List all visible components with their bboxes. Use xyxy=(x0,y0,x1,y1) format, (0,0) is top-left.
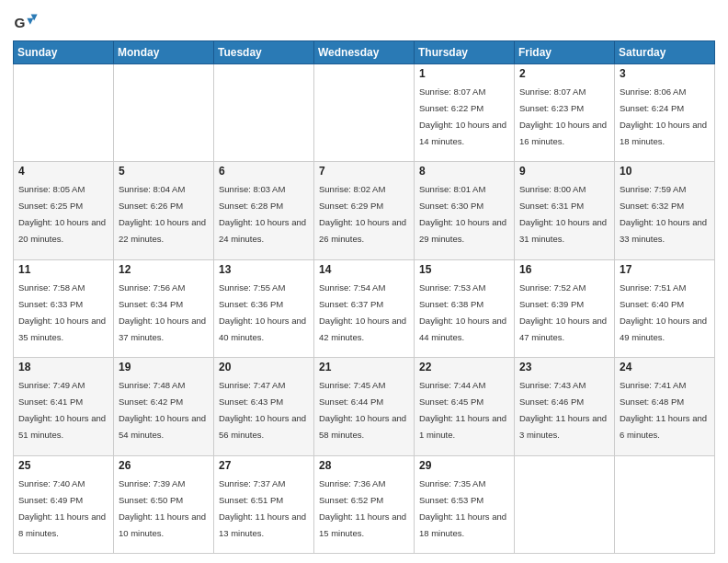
day-number: 12 xyxy=(119,263,209,276)
day-number: 16 xyxy=(519,263,609,276)
day-number: 26 xyxy=(119,459,209,472)
page-header: G xyxy=(13,9,715,35)
day-info: Sunrise: 7:49 AM Sunset: 6:41 PM Dayligh… xyxy=(18,380,106,440)
day-number: 20 xyxy=(219,361,309,373)
calendar-cell: 29Sunrise: 7:35 AM Sunset: 6:53 PM Dayli… xyxy=(415,455,515,553)
day-number: 21 xyxy=(319,361,409,373)
day-number: 14 xyxy=(319,263,409,276)
day-number: 25 xyxy=(18,459,108,472)
day-info: Sunrise: 8:07 AM Sunset: 6:22 PM Dayligh… xyxy=(419,86,506,146)
calendar-cell: 22Sunrise: 7:44 AM Sunset: 6:45 PM Dayli… xyxy=(415,358,515,455)
day-number: 18 xyxy=(18,361,108,373)
calendar-cell: 18Sunrise: 7:49 AM Sunset: 6:41 PM Dayli… xyxy=(14,358,114,455)
calendar-cell xyxy=(14,64,114,162)
calendar-week-row: 1Sunrise: 8:07 AM Sunset: 6:22 PM Daylig… xyxy=(14,64,715,162)
calendar-weekday-header: Sunday xyxy=(14,41,114,64)
calendar-cell: 25Sunrise: 7:40 AM Sunset: 6:49 PM Dayli… xyxy=(14,455,114,553)
day-info: Sunrise: 7:45 AM Sunset: 6:44 PM Dayligh… xyxy=(319,380,406,440)
calendar-cell: 20Sunrise: 7:47 AM Sunset: 6:43 PM Dayli… xyxy=(214,358,314,455)
svg-marker-2 xyxy=(27,18,33,25)
calendar-weekday-header: Tuesday xyxy=(214,41,314,64)
day-number: 8 xyxy=(419,165,509,178)
calendar-cell: 17Sunrise: 7:51 AM Sunset: 6:40 PM Dayli… xyxy=(615,259,715,357)
day-info: Sunrise: 7:51 AM Sunset: 6:40 PM Dayligh… xyxy=(620,282,707,342)
day-info: Sunrise: 7:36 AM Sunset: 6:52 PM Dayligh… xyxy=(319,478,406,538)
calendar-week-row: 4Sunrise: 8:05 AM Sunset: 6:25 PM Daylig… xyxy=(14,162,715,259)
calendar-weekday-header: Saturday xyxy=(615,41,715,64)
day-number: 2 xyxy=(519,67,609,80)
calendar-cell: 27Sunrise: 7:37 AM Sunset: 6:51 PM Dayli… xyxy=(214,455,314,553)
day-info: Sunrise: 7:59 AM Sunset: 6:32 PM Dayligh… xyxy=(620,184,707,244)
calendar-weekday-header: Thursday xyxy=(415,41,515,64)
calendar-cell xyxy=(214,64,314,162)
day-number: 10 xyxy=(620,165,710,178)
day-info: Sunrise: 7:35 AM Sunset: 6:53 PM Dayligh… xyxy=(419,478,506,538)
day-info: Sunrise: 7:56 AM Sunset: 6:34 PM Dayligh… xyxy=(119,282,206,342)
day-info: Sunrise: 7:47 AM Sunset: 6:43 PM Dayligh… xyxy=(219,380,306,440)
day-info: Sunrise: 7:41 AM Sunset: 6:48 PM Dayligh… xyxy=(620,380,707,440)
calendar-cell: 19Sunrise: 7:48 AM Sunset: 6:42 PM Dayli… xyxy=(114,358,214,455)
calendar-cell: 5Sunrise: 8:04 AM Sunset: 6:26 PM Daylig… xyxy=(114,162,214,259)
day-number: 6 xyxy=(219,165,309,178)
calendar-weekday-header: Wednesday xyxy=(314,41,415,64)
calendar-cell: 28Sunrise: 7:36 AM Sunset: 6:52 PM Dayli… xyxy=(314,455,415,553)
calendar-week-row: 11Sunrise: 7:58 AM Sunset: 6:33 PM Dayli… xyxy=(14,259,715,357)
calendar-cell: 10Sunrise: 7:59 AM Sunset: 6:32 PM Dayli… xyxy=(615,162,715,259)
calendar-cell xyxy=(314,64,415,162)
day-info: Sunrise: 7:58 AM Sunset: 6:33 PM Dayligh… xyxy=(18,282,106,342)
calendar-weekday-header: Friday xyxy=(515,41,615,64)
day-number: 29 xyxy=(419,459,509,472)
calendar-cell: 21Sunrise: 7:45 AM Sunset: 6:44 PM Dayli… xyxy=(314,358,415,455)
day-number: 7 xyxy=(319,165,409,178)
day-number: 9 xyxy=(519,165,609,178)
calendar-cell: 3Sunrise: 8:06 AM Sunset: 6:24 PM Daylig… xyxy=(615,64,715,162)
calendar-cell: 24Sunrise: 7:41 AM Sunset: 6:48 PM Dayli… xyxy=(615,358,715,455)
day-number: 17 xyxy=(620,263,710,276)
calendar-cell: 16Sunrise: 7:52 AM Sunset: 6:39 PM Dayli… xyxy=(515,259,615,357)
calendar-cell: 2Sunrise: 8:07 AM Sunset: 6:23 PM Daylig… xyxy=(515,64,615,162)
day-info: Sunrise: 7:53 AM Sunset: 6:38 PM Dayligh… xyxy=(419,282,506,342)
calendar-cell: 4Sunrise: 8:05 AM Sunset: 6:25 PM Daylig… xyxy=(14,162,114,259)
day-info: Sunrise: 8:03 AM Sunset: 6:28 PM Dayligh… xyxy=(219,184,306,244)
day-number: 28 xyxy=(319,459,409,472)
day-info: Sunrise: 7:37 AM Sunset: 6:51 PM Dayligh… xyxy=(219,478,306,538)
calendar-cell: 23Sunrise: 7:43 AM Sunset: 6:46 PM Dayli… xyxy=(515,358,615,455)
calendar-cell: 9Sunrise: 8:00 AM Sunset: 6:31 PM Daylig… xyxy=(515,162,615,259)
calendar-cell: 7Sunrise: 8:02 AM Sunset: 6:29 PM Daylig… xyxy=(314,162,415,259)
day-number: 22 xyxy=(419,361,509,373)
day-info: Sunrise: 7:39 AM Sunset: 6:50 PM Dayligh… xyxy=(119,478,206,538)
day-info: Sunrise: 8:05 AM Sunset: 6:25 PM Dayligh… xyxy=(18,184,106,244)
calendar-week-row: 18Sunrise: 7:49 AM Sunset: 6:41 PM Dayli… xyxy=(14,358,715,455)
calendar-cell xyxy=(615,455,715,553)
calendar-cell: 26Sunrise: 7:39 AM Sunset: 6:50 PM Dayli… xyxy=(114,455,214,553)
day-info: Sunrise: 8:02 AM Sunset: 6:29 PM Dayligh… xyxy=(319,184,406,244)
svg-text:G: G xyxy=(14,15,25,30)
calendar-cell: 11Sunrise: 7:58 AM Sunset: 6:33 PM Dayli… xyxy=(14,259,114,357)
day-number: 4 xyxy=(18,165,108,178)
calendar-cell: 1Sunrise: 8:07 AM Sunset: 6:22 PM Daylig… xyxy=(415,64,515,162)
logo-icon: G xyxy=(13,9,39,35)
day-info: Sunrise: 7:54 AM Sunset: 6:37 PM Dayligh… xyxy=(319,282,406,342)
day-info: Sunrise: 8:01 AM Sunset: 6:30 PM Dayligh… xyxy=(419,184,506,244)
day-info: Sunrise: 7:52 AM Sunset: 6:39 PM Dayligh… xyxy=(519,282,607,342)
calendar-week-row: 25Sunrise: 7:40 AM Sunset: 6:49 PM Dayli… xyxy=(14,455,715,553)
day-info: Sunrise: 7:40 AM Sunset: 6:49 PM Dayligh… xyxy=(18,478,106,538)
calendar-table: SundayMondayTuesdayWednesdayThursdayFrid… xyxy=(13,40,715,554)
day-info: Sunrise: 7:43 AM Sunset: 6:46 PM Dayligh… xyxy=(519,380,607,440)
day-number: 11 xyxy=(18,263,108,276)
calendar-cell: 6Sunrise: 8:03 AM Sunset: 6:28 PM Daylig… xyxy=(214,162,314,259)
calendar-cell xyxy=(515,455,615,553)
day-info: Sunrise: 7:48 AM Sunset: 6:42 PM Dayligh… xyxy=(119,380,206,440)
day-info: Sunrise: 8:06 AM Sunset: 6:24 PM Dayligh… xyxy=(620,86,707,146)
calendar-cell: 14Sunrise: 7:54 AM Sunset: 6:37 PM Dayli… xyxy=(314,259,415,357)
day-number: 24 xyxy=(620,361,710,373)
calendar-cell: 15Sunrise: 7:53 AM Sunset: 6:38 PM Dayli… xyxy=(415,259,515,357)
calendar-cell xyxy=(114,64,214,162)
day-number: 13 xyxy=(219,263,309,276)
day-number: 23 xyxy=(519,361,609,373)
day-info: Sunrise: 7:55 AM Sunset: 6:36 PM Dayligh… xyxy=(219,282,306,342)
logo: G xyxy=(13,9,42,35)
day-info: Sunrise: 8:07 AM Sunset: 6:23 PM Dayligh… xyxy=(519,86,607,146)
day-info: Sunrise: 7:44 AM Sunset: 6:45 PM Dayligh… xyxy=(419,380,506,440)
calendar-weekday-header: Monday xyxy=(114,41,214,64)
